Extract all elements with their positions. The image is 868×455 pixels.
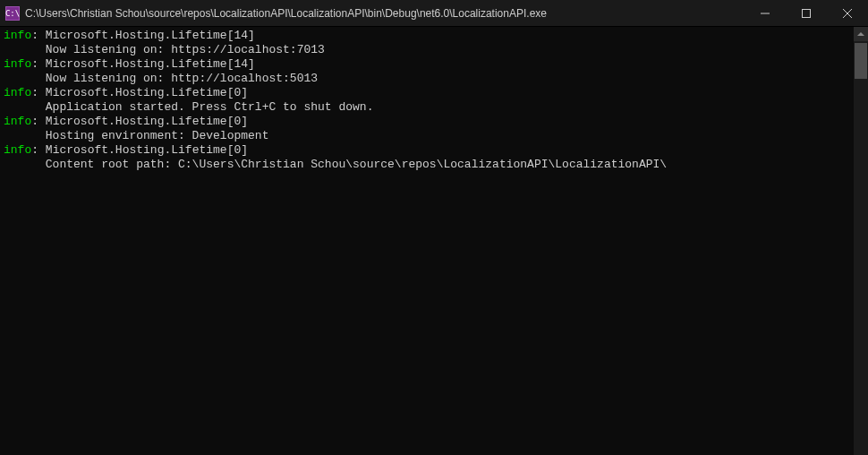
app-icon: C:\ <box>5 6 20 21</box>
log-message: Now listening on: http://localhost:5013 <box>46 72 318 85</box>
svg-marker-4 <box>857 32 864 36</box>
svg-rect-1 <box>803 9 811 17</box>
scroll-thumb[interactable] <box>855 43 867 79</box>
terminal-output[interactable]: info: Microsoft.Hosting.Lifetime[14]Now … <box>0 27 854 455</box>
log-message: Application started. Press Ctrl+C to shu… <box>46 100 374 114</box>
window-controls <box>745 0 868 26</box>
log-source: Microsoft.Hosting.Lifetime[14] <box>46 57 255 71</box>
maximize-button[interactable] <box>786 0 827 26</box>
log-source: Microsoft.Hosting.Lifetime[0] <box>46 86 248 99</box>
minimize-button[interactable] <box>745 0 786 26</box>
log-line: Now listening on: https://localhost:7013 <box>4 43 850 57</box>
window-title: C:\Users\Christian Schou\source\repos\Lo… <box>25 7 745 20</box>
title-bar[interactable]: C:\ C:\Users\Christian Schou\source\repo… <box>0 0 868 27</box>
log-line: info: Microsoft.Hosting.Lifetime[14] <box>4 29 850 43</box>
log-line: Application started. Press Ctrl+C to shu… <box>4 100 850 115</box>
vertical-scrollbar[interactable] <box>854 27 868 455</box>
log-level: info <box>4 29 31 42</box>
close-button[interactable] <box>827 0 868 26</box>
log-line: Now listening on: http://localhost:5013 <box>4 72 850 86</box>
log-message: Hosting environment: Development <box>46 129 269 142</box>
log-line: Hosting environment: Development <box>4 129 850 143</box>
log-level: info <box>4 86 31 99</box>
log-message: Content root path: C:\Users\Christian Sc… <box>46 158 667 171</box>
log-message: Now listening on: https://localhost:7013 <box>46 43 325 56</box>
log-source: Microsoft.Hosting.Lifetime[0] <box>46 143 248 157</box>
content-area: info: Microsoft.Hosting.Lifetime[14]Now … <box>0 27 868 455</box>
log-level: info <box>4 115 31 128</box>
log-level: info <box>4 57 31 71</box>
log-line: Content root path: C:\Users\Christian Sc… <box>4 158 850 172</box>
log-line: info: Microsoft.Hosting.Lifetime[0] <box>4 86 850 100</box>
log-source: Microsoft.Hosting.Lifetime[14] <box>46 29 255 42</box>
log-line: info: Microsoft.Hosting.Lifetime[0] <box>4 115 850 129</box>
log-level: info <box>4 143 31 157</box>
scroll-up-arrow-icon[interactable] <box>854 27 868 41</box>
log-source: Microsoft.Hosting.Lifetime[0] <box>46 115 248 128</box>
log-line: info: Microsoft.Hosting.Lifetime[14] <box>4 57 850 72</box>
log-line: info: Microsoft.Hosting.Lifetime[0] <box>4 143 850 158</box>
